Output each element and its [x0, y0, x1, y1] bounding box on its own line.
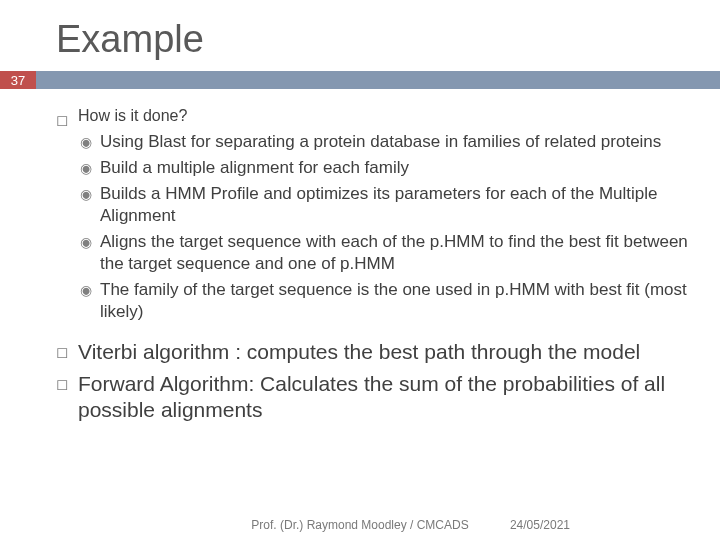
list-item-text: Aligns the target sequence with each of …: [100, 231, 690, 275]
target-bullet-icon: ◉: [78, 131, 100, 153]
content-area: ◻ How is it done? ◉ Using Blast for sepa…: [0, 89, 720, 423]
target-bullet-icon: ◉: [78, 231, 100, 275]
target-bullet-icon: ◉: [78, 157, 100, 179]
footer-center-text: Prof. (Dr.) Raymond Moodley / CMCADS: [251, 518, 468, 532]
footer-date: 24/05/2021: [510, 518, 570, 532]
list-item-text: Viterbi algorithm : computes the best pa…: [78, 339, 640, 365]
list-item-text: Forward Algorithm: Calculates the sum of…: [78, 371, 690, 423]
list-item-text: Build a multiple alignment for each fami…: [100, 157, 409, 179]
list-item-text: Builds a HMM Profile and optimizes its p…: [100, 183, 690, 227]
square-bullet-icon: ◻: [56, 107, 78, 333]
list-item: ◉ The family of the target sequence is t…: [78, 279, 690, 323]
list-item-text: How is it done?: [78, 107, 690, 125]
list-item: ◻ Forward Algorithm: Calculates the sum …: [56, 371, 690, 423]
page-number-box: 37: [0, 71, 36, 89]
list-item: ◉ Build a multiple alignment for each fa…: [78, 157, 690, 179]
list-item-text: Using Blast for separating a protein dat…: [100, 131, 661, 153]
accent-bar-row: 37: [0, 71, 720, 89]
bullet-list-level1: ◻ How is it done? ◉ Using Blast for sepa…: [56, 107, 690, 423]
list-item: ◻ How is it done? ◉ Using Blast for sepa…: [56, 107, 690, 333]
list-item-text: The family of the target sequence is the…: [100, 279, 690, 323]
target-bullet-icon: ◉: [78, 183, 100, 227]
square-bullet-icon: ◻: [56, 339, 78, 365]
accent-bar: [36, 71, 720, 89]
slide: Example 37 ◻ How is it done? ◉ Using Bla…: [0, 0, 720, 540]
square-bullet-icon: ◻: [56, 371, 78, 423]
list-item: ◉ Builds a HMM Profile and optimizes its…: [78, 183, 690, 227]
list-item: ◉ Using Blast for separating a protein d…: [78, 131, 690, 153]
target-bullet-icon: ◉: [78, 279, 100, 323]
list-item: ◉ Aligns the target sequence with each o…: [78, 231, 690, 275]
list-item: ◻ Viterbi algorithm : computes the best …: [56, 339, 690, 365]
slide-title: Example: [0, 0, 720, 71]
bullet-list-level2: ◉ Using Blast for separating a protein d…: [78, 131, 690, 323]
